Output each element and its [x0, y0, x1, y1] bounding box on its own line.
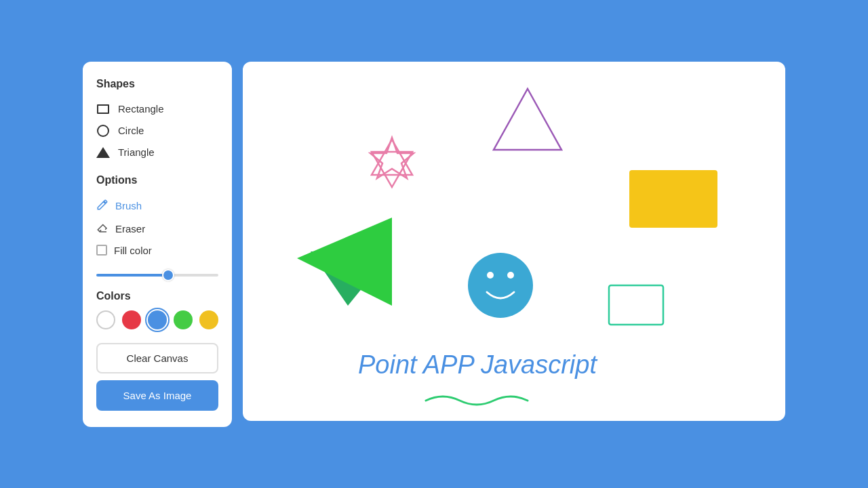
shapes-title: Shapes: [96, 78, 218, 90]
option-eraser[interactable]: Eraser: [96, 218, 218, 241]
canvas-text: Point APP Javascript: [358, 350, 597, 379]
teal-rect: [609, 285, 663, 325]
shape-triangle[interactable]: Triangle: [96, 142, 218, 163]
eraser-icon: [96, 222, 108, 237]
color-yellow[interactable]: [199, 310, 218, 329]
rectangle-label: Rectangle: [118, 103, 164, 115]
shape-circle[interactable]: Circle: [96, 120, 218, 142]
brush-icon: [96, 199, 108, 214]
eraser-label: Eraser: [115, 223, 145, 235]
circle-icon: [96, 124, 110, 138]
left-eye: [487, 272, 494, 279]
sidebar: Shapes Rectangle Circle Triangle Options: [83, 62, 232, 427]
color-blue[interactable]: [148, 310, 167, 329]
right-eye: [507, 272, 514, 279]
colors-row: [96, 310, 218, 329]
star-shape: [370, 138, 414, 187]
shape-rectangle[interactable]: Rectangle: [96, 98, 218, 120]
save-image-button[interactable]: Save As Image: [96, 380, 218, 411]
brush-label: Brush: [115, 200, 142, 211]
option-fill-color[interactable]: Fill color: [96, 241, 218, 260]
triangle-icon: [96, 146, 110, 159]
brush-size-slider[interactable]: [96, 274, 218, 277]
option-brush[interactable]: Brush: [96, 195, 218, 218]
main-container: Shapes Rectangle Circle Triangle Options: [69, 48, 799, 441]
yellow-rect: [629, 170, 717, 228]
rectangle-icon: [96, 102, 110, 116]
svg-marker-3: [494, 89, 561, 150]
colors-section: Colors: [96, 290, 218, 329]
circle-label: Circle: [118, 125, 144, 136]
fill-color-checkbox[interactable]: [96, 245, 107, 256]
fill-color-label: Fill color: [114, 245, 152, 256]
canvas-area[interactable]: Point APP Javascript: [243, 62, 785, 421]
wavy-line: [426, 396, 528, 405]
triangle-label: Triangle: [118, 146, 155, 158]
clear-canvas-button[interactable]: Clear Canvas: [96, 343, 218, 373]
colors-title: Colors: [96, 290, 218, 302]
color-red[interactable]: [122, 310, 141, 329]
options-title: Options: [96, 174, 218, 186]
svg-marker-0: [370, 138, 414, 178]
brush-size-slider-container: [96, 267, 218, 279]
smiley-circle: [468, 253, 533, 318]
color-green[interactable]: [174, 310, 193, 329]
color-white[interactable]: [96, 310, 115, 329]
triangle-shape: [494, 89, 561, 150]
